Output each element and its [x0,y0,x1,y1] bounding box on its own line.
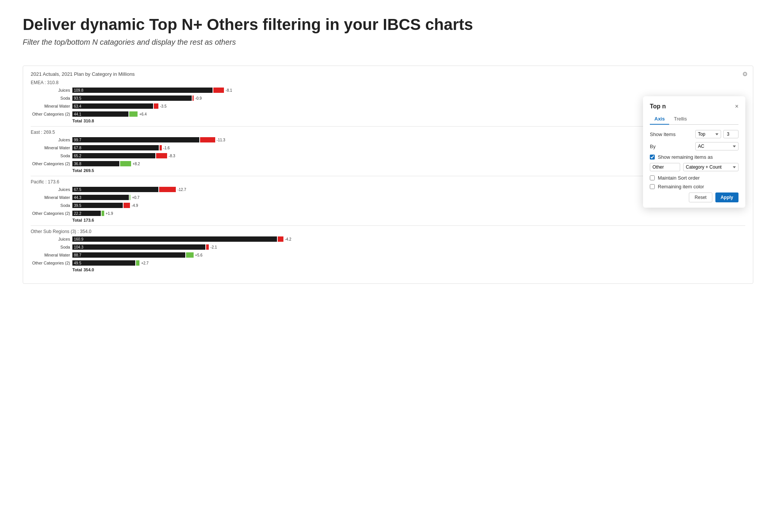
delta-value: +2.7 [141,261,149,265]
other-input[interactable] [650,163,680,171]
bar-area: 49.5+2.7 [72,260,745,266]
delta-bar [156,153,167,158]
delta-bar [102,211,104,216]
by-select[interactable]: AC PY PL [695,142,738,150]
bar-label: Other Categories (2) [31,211,72,216]
total-label: Total [72,268,82,272]
delta-value: +5.6 [195,253,203,257]
delta-value: -8.1 [225,88,232,92]
topn-panel: Top n × Axis Trellis Show Items Top Bott… [643,96,745,208]
show-items-number[interactable] [723,130,738,138]
bar-value-inside: 22.2 [74,211,81,216]
bar-label: Other Categories (2) [31,161,72,166]
table-row: Mineral Water63.4-3.5 [31,103,745,110]
table-row: Juices109.8-8.1 [31,87,745,94]
bar-label: Soda [31,96,72,100]
delta-value: -2.1 [210,245,217,249]
delta-value: -0.9 [195,96,202,100]
table-row: Juices99.7-11.3 [31,136,745,143]
maintain-sort-row: Maintain Sort order [650,175,738,181]
delta-value: +0.7 [132,196,139,200]
delta-bar [129,111,138,117]
tab-trellis[interactable]: Trellis [669,114,691,125]
delta-bar [154,103,158,109]
bar-value-inside: 65.2 [74,154,81,158]
topn-header: Top n × [650,103,738,110]
delta-bar [124,203,130,208]
bar-label: Mineral Water [31,146,72,150]
delta-bar [206,244,209,250]
table-row: Other Categories (2)44.1+6.4 [31,111,745,117]
positive-bar: 109.8 [72,88,213,93]
delta-bar [159,187,176,192]
positive-bar: 99.7 [72,137,199,142]
settings-icon[interactable]: ⚙ [742,70,748,78]
total-label: Total [72,218,82,222]
maintain-sort-checkbox[interactable] [650,175,655,180]
positive-bar: 65.2 [72,153,155,158]
bar-label: Soda [31,245,72,249]
table-row: Juices160.9-4.2 [31,236,745,243]
remaining-color-checkbox[interactable] [650,184,655,189]
section-header: East : 269.5 [31,130,745,135]
chart-container: 2021 Actuals, 2021 Plan by Category in M… [23,66,753,284]
total-row: Total 354.0 [72,268,745,272]
bar-value-inside: 49.5 [74,261,81,265]
delta-bar [160,145,162,150]
positive-bar: 39.5 [72,203,123,208]
positive-bar: 44.3 [72,195,129,200]
reset-button[interactable]: Reset [689,192,712,202]
delta-bar [136,260,139,266]
delta-value: -12.7 [177,188,186,192]
remaining-color-label: Remaining item color [658,184,704,189]
delta-value: +6.4 [139,112,147,116]
show-items-select[interactable]: Top Bottom [695,130,721,138]
bar-area: 22.2+1.9 [72,211,745,216]
topn-close-button[interactable]: × [735,103,738,110]
chart-section-pacific: Pacific : 173.6Juices67.5-12.7Mineral Wa… [31,179,745,226]
delta-value: -11.3 [217,138,225,142]
delta-value: -4.9 [131,203,138,208]
show-remaining-checkbox[interactable] [650,155,655,160]
table-row: Soda39.5-4.9 [31,202,745,209]
tab-axis[interactable]: Axis [650,114,669,125]
bar-label: Soda [31,153,72,158]
bar-label: Juices [31,88,72,92]
bar-value-inside: 44.3 [74,196,81,200]
bar-value-inside: 104.3 [74,245,83,249]
other-row: Category + Count Category Count [650,163,738,171]
bar-label: Other Categories (2) [31,261,72,265]
table-row: Mineral Water44.3+0.7 [31,194,745,201]
topn-title: Top n [650,103,666,110]
category-select[interactable]: Category + Count Category Count [683,163,738,171]
positive-bar: 44.1 [72,111,128,117]
by-row: By AC PY PL [650,142,738,150]
table-row: Mineral Water67.8-1.6 [31,144,745,151]
section-header: EMEA : 310.8 [31,80,745,85]
bar-label: Juices [31,237,72,241]
table-row: Other Categories (2)49.5+2.7 [31,260,745,266]
positive-bar: 67.8 [72,145,159,150]
total-label: Total [72,119,82,123]
table-row: Other Categories (2)22.2+1.9 [31,210,745,217]
chart-section-east: East : 269.5Juices99.7-11.3Mineral Water… [31,130,745,176]
bar-value-inside: 44.1 [74,112,81,116]
delta-bar [278,236,283,242]
apply-button[interactable]: Apply [715,192,738,202]
bar-label: Soda [31,203,72,208]
delta-value: -1.6 [163,146,170,150]
table-row: Soda104.3-2.1 [31,244,745,250]
chart-section-other-sub: Other Sub Regions (3) : 354.0Juices160.9… [31,229,745,275]
delta-bar [130,195,130,200]
positive-bar: 88.7 [72,252,185,258]
table-row: Soda65.2-8.3 [31,152,745,159]
by-label: By [650,144,695,149]
table-row: Mineral Water88.7+5.6 [31,252,745,258]
section-header: Other Sub Regions (3) : 354.0 [31,229,745,234]
total-row: Total 173.6 [72,218,745,222]
bar-label: Other Categories (2) [31,112,72,116]
show-remaining-label: Show remaining items as [658,154,713,160]
delta-bar [120,161,131,166]
chart-title: 2021 Actuals, 2021 Plan by Category in M… [31,71,745,77]
page-subtitle: Filter the top/bottom N catagories and d… [23,38,753,47]
